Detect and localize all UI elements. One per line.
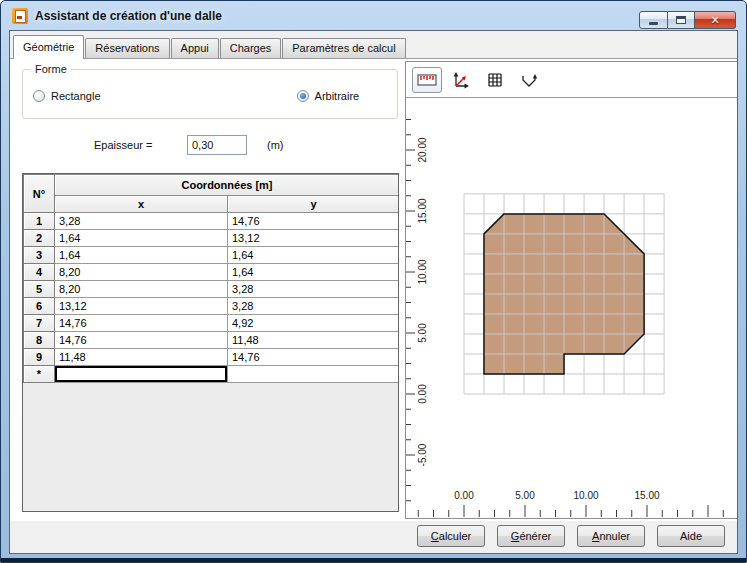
cell-y[interactable]: [228, 366, 400, 383]
cell-y[interactable]: 13,12: [228, 230, 400, 247]
coordinates-table: N° Coordonnées [m] x y 13,2814,7621,6413…: [23, 174, 399, 383]
radio-rectangle-label: Rectangle: [51, 90, 101, 102]
radio-rectangle-icon: [33, 90, 45, 102]
tab-page-geometrie: Forme Rectangle Arbitraire Epaisseur = (…: [10, 58, 737, 521]
table-row: 48,201,64: [24, 264, 400, 281]
cell-x[interactable]: 14,76: [55, 332, 228, 349]
row-number[interactable]: 9: [24, 349, 55, 366]
cell-x[interactable]: 8,20: [55, 264, 228, 281]
epaisseur-input[interactable]: [187, 135, 247, 155]
svg-text:5.00: 5.00: [417, 323, 428, 343]
cell-y[interactable]: 14,76: [228, 349, 400, 366]
chart-panel: -5.000.005.0010.0015.0020.000.005.0010.0…: [405, 61, 738, 519]
cell-y[interactable]: 1,64: [228, 264, 400, 281]
svg-text:15.00: 15.00: [417, 198, 428, 223]
cell-x[interactable]: 1,64: [55, 247, 228, 264]
cell-x[interactable]: 3,28: [55, 213, 228, 230]
tab-bar: Géométrie Réservations Appui Charges Par…: [10, 31, 737, 58]
epaisseur-unit-label: (m): [267, 139, 284, 151]
tab-appui[interactable]: Appui: [171, 38, 219, 58]
maximize-icon: [676, 16, 686, 24]
app-icon: [12, 8, 28, 24]
radio-arbitraire-icon: [297, 90, 309, 102]
epaisseur-label: Epaisseur =: [94, 139, 152, 151]
tab-charges[interactable]: Charges: [220, 38, 282, 58]
cell-y[interactable]: 3,28: [228, 281, 400, 298]
column-header-num: N°: [24, 175, 55, 213]
calculer-button[interactable]: Calculer: [417, 525, 485, 547]
table-row: 911,4814,76: [24, 349, 400, 366]
dialog-window: Assistant de création d'une dalle ✕ Géom…: [0, 0, 747, 563]
generer-button[interactable]: Générer: [497, 525, 565, 547]
button-bar: Calculer Générer Annuler Aide: [10, 518, 737, 553]
coordinates-table-body: 13,2814,7621,6413,1231,641,6448,201,6458…: [24, 213, 400, 383]
table-row: 613,123,28: [24, 298, 400, 315]
tab-reservations[interactable]: Réservations: [85, 38, 169, 58]
window-title: Assistant de création d'une dalle: [35, 9, 222, 23]
table-row: *: [24, 366, 400, 383]
cell-x[interactable]: 14,76: [55, 315, 228, 332]
svg-text:-5.00: -5.00: [417, 443, 428, 466]
row-number[interactable]: 6: [24, 298, 55, 315]
caption-buttons: ✕: [639, 11, 736, 29]
cell-x[interactable]: 11,48: [55, 349, 228, 366]
minimize-icon: [649, 22, 658, 25]
epaisseur-row: Epaisseur = (m): [10, 135, 400, 157]
cell-x[interactable]: 8,20: [55, 281, 228, 298]
grid-icon[interactable]: [480, 67, 510, 93]
radio-arbitraire-label: Arbitraire: [315, 90, 360, 102]
column-header-group: Coordonnées [m]: [55, 175, 400, 196]
axes-icon[interactable]: [446, 67, 476, 93]
table-row: 21,6413,12: [24, 230, 400, 247]
row-number[interactable]: 1: [24, 213, 55, 230]
maximize-button[interactable]: [668, 11, 695, 29]
column-header-x: x: [55, 196, 228, 213]
svg-text:0.00: 0.00: [417, 384, 428, 404]
row-number[interactable]: 3: [24, 247, 55, 264]
table-row: 714,764,92: [24, 315, 400, 332]
table-row: 31,641,64: [24, 247, 400, 264]
cell-y[interactable]: 14,76: [228, 213, 400, 230]
table-row: 58,203,28: [24, 281, 400, 298]
cell-x[interactable]: 13,12: [55, 298, 228, 315]
dialog-client-area: Géométrie Réservations Appui Charges Par…: [9, 30, 738, 554]
svg-text:0.00: 0.00: [454, 490, 474, 501]
svg-text:15.00: 15.00: [634, 490, 659, 501]
row-number[interactable]: 2: [24, 230, 55, 247]
svg-text:5.00: 5.00: [515, 490, 535, 501]
hook-arrow-icon[interactable]: [514, 67, 544, 93]
titlebar: Assistant de création d'une dalle ✕: [1, 1, 746, 30]
table-row: 814,7611,48: [24, 332, 400, 349]
forme-groupbox-label: Forme: [31, 63, 71, 75]
table-row: 13,2814,76: [24, 213, 400, 230]
forme-groupbox: Forme Rectangle Arbitraire: [22, 69, 398, 119]
slab-plan-canvas[interactable]: -5.000.005.0010.0015.0020.000.005.0010.0…: [406, 98, 737, 518]
row-number[interactable]: 5: [24, 281, 55, 298]
aide-button[interactable]: Aide: [657, 525, 725, 547]
cell-x-selected[interactable]: [55, 366, 228, 383]
cell-x[interactable]: 1,64: [55, 230, 228, 247]
cell-y[interactable]: 3,28: [228, 298, 400, 315]
cell-y[interactable]: 11,48: [228, 332, 400, 349]
close-button[interactable]: ✕: [695, 11, 736, 29]
coordinates-grid: N° Coordonnées [m] x y 13,2814,7621,6413…: [22, 173, 399, 512]
row-number[interactable]: *: [24, 366, 55, 383]
radio-arbitraire[interactable]: Arbitraire: [297, 90, 360, 102]
row-number[interactable]: 4: [24, 264, 55, 281]
svg-text:20.00: 20.00: [417, 137, 428, 162]
cell-y[interactable]: 1,64: [228, 247, 400, 264]
minimize-button[interactable]: [639, 11, 668, 29]
tab-parametres-calcul[interactable]: Paramètres de calcul: [282, 38, 405, 58]
row-number[interactable]: 7: [24, 315, 55, 332]
annuler-button[interactable]: Annuler: [577, 525, 645, 547]
row-number[interactable]: 8: [24, 332, 55, 349]
column-header-y: y: [228, 196, 400, 213]
chart-toolbar: [406, 62, 737, 98]
radio-rectangle[interactable]: Rectangle: [33, 90, 101, 102]
cell-y[interactable]: 4,92: [228, 315, 400, 332]
tab-geometrie[interactable]: Géométrie: [13, 35, 84, 59]
close-icon: ✕: [710, 15, 719, 26]
svg-text:10.00: 10.00: [573, 490, 598, 501]
ruler-icon[interactable]: [412, 67, 442, 93]
svg-text:10.00: 10.00: [417, 259, 428, 284]
